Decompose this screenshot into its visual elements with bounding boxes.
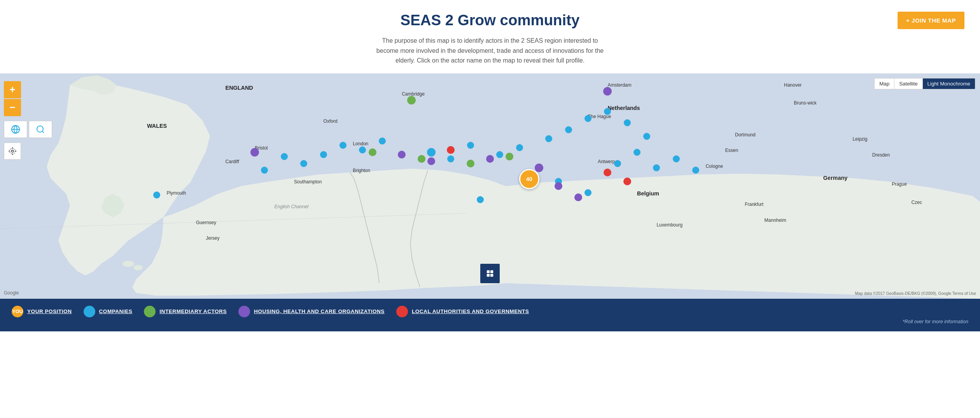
pin-company-25[interactable] [584, 189, 592, 196]
search-map-button[interactable] [29, 121, 52, 138]
pin-company-6[interactable] [359, 146, 366, 153]
map-panel-button[interactable] [480, 264, 500, 283]
pin-company-10[interactable] [467, 142, 474, 149]
pin-company-27[interactable] [477, 196, 484, 203]
page-title: SEAS 2 Grow community [8, 12, 972, 29]
pin-company-22[interactable] [673, 155, 680, 162]
pin-housing-5[interactable] [535, 164, 543, 172]
pin-company-21[interactable] [653, 164, 660, 171]
svg-rect-9 [487, 270, 490, 273]
legend-label-housing: HOUSING, HEALTH AND CARE ORGANIZATIONS [254, 308, 385, 314]
pin-company-5[interactable] [340, 142, 346, 149]
footer-legend: YOU YOUR POSITION COMPANIES INTERMEDIARY… [0, 299, 980, 331]
zoom-out-button[interactable]: − [4, 99, 21, 116]
pin-company-19[interactable] [634, 149, 640, 156]
svg-rect-10 [490, 270, 493, 273]
map-type-satellite[interactable]: Satellite [894, 78, 922, 89]
pin-housing-3[interactable] [427, 157, 435, 165]
pin-local-3[interactable] [623, 178, 631, 185]
pin-company-9[interactable] [447, 155, 454, 162]
legend-dot-intermediary [144, 306, 156, 317]
pin-housing-8[interactable] [603, 87, 612, 96]
pin-company-11[interactable] [496, 151, 503, 158]
pin-housing-1[interactable] [250, 148, 259, 157]
rollover-note: *Roll over for more information [12, 319, 968, 324]
legend-item-you[interactable]: YOU YOUR POSITION [12, 306, 72, 317]
zoom-controls: + − [4, 81, 52, 116]
map-type-controls: Map Satellite Light Monochrome [874, 78, 975, 89]
pin-company-18[interactable] [643, 133, 650, 140]
pin-housing-2[interactable] [398, 151, 406, 158]
legend-dot-companies [84, 306, 95, 317]
pin-company-14[interactable] [565, 126, 572, 133]
pin-company-23[interactable] [692, 167, 699, 174]
location-icon [8, 147, 17, 155]
legend-label-companies: COMPANIES [99, 308, 133, 314]
legend-item-housing[interactable]: HOUSING, HEALTH AND CARE ORGANIZATIONS [238, 306, 385, 317]
pin-company-15[interactable] [584, 115, 592, 122]
cluster-marker[interactable]: 40 [519, 169, 539, 189]
pin-company-13[interactable] [545, 135, 552, 142]
pin-intermediary-2[interactable] [369, 148, 376, 156]
zoom-in-button[interactable]: + [4, 81, 21, 98]
pin-intermediary-3[interactable] [418, 155, 425, 163]
legend-item-local[interactable]: LOCAL AUTHORITIES AND GOVERNMENTS [396, 306, 529, 317]
pin-local-1[interactable] [447, 146, 455, 154]
legend-label-local: LOCAL AUTHORITIES AND GOVERNMENTS [412, 308, 529, 314]
svg-point-7 [11, 150, 14, 152]
svg-point-1 [122, 261, 134, 267]
page-header: SEAS 2 Grow community The purpose of thi… [0, 0, 980, 73]
legend-label-intermediary: INTERMEDIARY ACTORS [159, 308, 227, 314]
my-location-button[interactable] [4, 143, 21, 160]
legend-dot-housing [238, 306, 250, 317]
map-icon-buttons [4, 119, 52, 138]
google-attribution: Google [4, 290, 19, 296]
pin-company-8[interactable] [427, 148, 436, 157]
world-map-button[interactable] [4, 121, 27, 138]
pin-housing-6[interactable] [555, 182, 562, 190]
legend-item-companies[interactable]: COMPANIES [84, 306, 133, 317]
legend-label-you: YOUR POSITION [27, 308, 72, 314]
svg-rect-11 [487, 274, 490, 277]
pin-company-7[interactable] [379, 138, 386, 145]
legend-dot-you: YOU [12, 306, 23, 317]
pin-company-2[interactable] [281, 153, 288, 160]
search-icon [36, 125, 45, 134]
svg-rect-12 [490, 274, 493, 277]
pin-housing-4[interactable] [486, 155, 494, 163]
pin-housing-7[interactable] [574, 193, 582, 201]
panel-icon [486, 269, 494, 278]
pin-company-16[interactable] [604, 108, 611, 115]
world-icon [11, 125, 20, 134]
legend-item-intermediary[interactable]: INTERMEDIARY ACTORS [144, 306, 227, 317]
svg-point-8 [10, 148, 16, 154]
legend-dot-local [396, 306, 408, 317]
pin-intermediary-5[interactable] [506, 153, 513, 160]
map-type-map[interactable]: Map [875, 78, 894, 89]
svg-point-2 [133, 265, 143, 270]
page-description: The purpose of this map is to identify a… [373, 36, 607, 66]
map-type-light-monochrome[interactable]: Light Monochrome [923, 78, 975, 89]
pin-company-1[interactable] [261, 167, 268, 174]
svg-point-6 [37, 126, 43, 132]
map-data-attribution: Map data ©2017 GeoBasis-DE/BKG (©2009), … [855, 291, 976, 296]
pin-company-12[interactable] [516, 144, 523, 151]
pin-company-20[interactable] [614, 160, 621, 167]
pin-company-26[interactable] [153, 192, 160, 199]
pin-local-2[interactable] [604, 169, 611, 176]
pin-company-17[interactable] [624, 119, 631, 126]
map-controls: + − [4, 81, 52, 160]
pin-company-3[interactable] [300, 160, 307, 167]
pin-company-4[interactable] [320, 151, 327, 158]
pin-intermediary-1[interactable] [407, 96, 416, 104]
pin-intermediary-4[interactable] [467, 160, 474, 167]
join-map-button[interactable]: + JOIN THE MAP [898, 12, 964, 29]
map-container: ENGLAND WALES Cambridge Oxford Bristol C… [0, 73, 980, 299]
